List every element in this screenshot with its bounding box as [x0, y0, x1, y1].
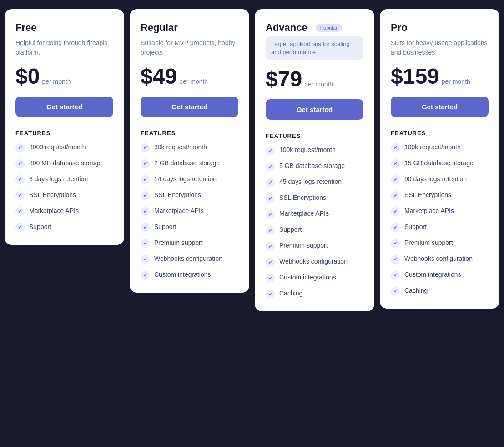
- check-icon: [266, 274, 275, 283]
- check-icon: [15, 175, 25, 184]
- feature-item: Premium support: [141, 239, 238, 248]
- feature-item: Premium support: [391, 239, 489, 248]
- feature-text: 30k request/month: [154, 143, 207, 152]
- feature-list: 100k request/month15 GB database storage…: [391, 143, 489, 296]
- plan-description-bubble: Larger applications for scaling and perf…: [266, 36, 363, 60]
- features-label: FEATURES: [266, 132, 363, 139]
- feature-item: SSL Encryptions: [141, 191, 238, 200]
- feature-item: 100k request/month: [266, 146, 363, 155]
- check-icon: [141, 207, 150, 216]
- feature-text: Premium support: [404, 239, 453, 248]
- plan-name: Regular: [141, 22, 238, 34]
- feature-item: Custom integrations: [391, 270, 489, 280]
- pricing-card-free: FreeHelpful for going through fireapis p…: [5, 9, 124, 245]
- check-icon: [141, 143, 150, 152]
- feature-text: 3 days logs retention: [29, 175, 88, 184]
- feature-item: 3000 request/month: [15, 143, 113, 152]
- feature-item: Marketplace APIs: [141, 207, 238, 216]
- feature-text: Caching: [404, 286, 428, 295]
- feature-item: SSL Encryptions: [391, 191, 489, 200]
- price-period: per month: [42, 78, 71, 85]
- price-period: per month: [179, 78, 208, 85]
- check-icon: [391, 271, 400, 280]
- get-started-button-regular[interactable]: Get started: [141, 97, 238, 117]
- feature-text: Webhooks configuration: [404, 254, 473, 264]
- feature-text: 14 days logs retention: [154, 175, 217, 184]
- feature-text: Support: [279, 225, 302, 234]
- price-period: per month: [304, 81, 333, 88]
- feature-text: SSL Encryptions: [154, 191, 201, 200]
- feature-item: Caching: [266, 289, 363, 299]
- feature-item: 30k request/month: [141, 143, 238, 152]
- get-started-button-advance[interactable]: Get started: [266, 99, 363, 120]
- feature-item: 45 days logs retention: [266, 178, 363, 187]
- feature-text: Custom integrations: [279, 273, 336, 282]
- check-icon: [266, 210, 275, 219]
- check-icon: [266, 242, 275, 251]
- feature-list: 100k request/month5 GB database storage4…: [266, 146, 363, 299]
- check-icon: [141, 255, 150, 264]
- check-icon: [266, 194, 275, 203]
- feature-text: Support: [154, 223, 176, 232]
- check-icon: [391, 223, 400, 232]
- get-started-button-pro[interactable]: Get started: [391, 97, 489, 117]
- feature-text: Support: [29, 223, 51, 232]
- feature-item: Webhooks configuration: [141, 254, 238, 264]
- features-label: FEATURES: [15, 130, 113, 137]
- feature-text: Custom integrations: [404, 270, 461, 279]
- feature-text: Webhooks configuration: [279, 257, 348, 266]
- feature-item: 15 GB database storage: [391, 159, 489, 168]
- feature-text: Custom integrations: [154, 270, 211, 279]
- pricing-card-advance: AdvancePopularLarger applications for sc…: [255, 9, 374, 311]
- feature-text: 800 MB database storage: [29, 159, 102, 168]
- feature-text: 90 days logs retention: [404, 175, 467, 184]
- check-icon: [141, 191, 150, 200]
- price-amount: $49: [141, 66, 177, 87]
- check-icon: [391, 175, 400, 184]
- check-icon: [15, 191, 25, 200]
- check-icon: [266, 226, 275, 235]
- check-icon: [391, 255, 400, 264]
- feature-item: Support: [15, 223, 113, 232]
- feature-item: Webhooks configuration: [266, 257, 363, 267]
- feature-text: 45 days logs retention: [279, 178, 342, 187]
- feature-item: Webhooks configuration: [391, 254, 489, 264]
- check-icon: [141, 159, 150, 168]
- price-row: $49per month: [141, 66, 238, 87]
- feature-item: Marketplace APIs: [266, 209, 363, 219]
- pricing-card-regular: RegularSuitable for MVP products, hobby …: [130, 9, 249, 293]
- feature-text: Premium support: [154, 239, 203, 248]
- feature-text: 3000 request/month: [29, 143, 86, 152]
- check-icon: [391, 191, 400, 200]
- check-icon: [391, 287, 400, 296]
- feature-item: 90 days logs retention: [391, 175, 489, 184]
- feature-item: Support: [266, 225, 363, 235]
- feature-item: Caching: [391, 286, 489, 296]
- price-row: $159per month: [391, 66, 489, 87]
- check-icon: [391, 207, 400, 216]
- feature-item: SSL Encryptions: [266, 193, 363, 203]
- pricing-container: FreeHelpful for going through fireapis p…: [5, 9, 499, 311]
- feature-text: Marketplace APIs: [154, 207, 204, 216]
- check-icon: [15, 207, 25, 216]
- price-period: per month: [442, 78, 470, 85]
- features-label: FEATURES: [141, 130, 238, 137]
- feature-item: 3 days logs retention: [15, 175, 113, 184]
- feature-text: Marketplace APIs: [29, 207, 79, 216]
- feature-item: Support: [391, 223, 489, 232]
- feature-list: 30k request/month2 GB database storage14…: [141, 143, 238, 280]
- feature-text: Marketplace APIs: [279, 209, 329, 218]
- plan-description: Suitable for MVP products, hobby project…: [141, 38, 238, 57]
- feature-list: 3000 request/month800 MB database storag…: [15, 143, 113, 232]
- feature-item: Custom integrations: [141, 270, 238, 280]
- check-icon: [141, 223, 150, 232]
- get-started-button-free[interactable]: Get started: [15, 97, 113, 117]
- feature-item: 14 days logs retention: [141, 175, 238, 184]
- feature-item: Marketplace APIs: [391, 207, 489, 216]
- popular-badge: Popular: [316, 24, 342, 32]
- feature-item: SSL Encryptions: [15, 191, 113, 200]
- feature-text: 2 GB database storage: [154, 159, 220, 168]
- plan-header: AdvancePopular: [266, 22, 363, 34]
- feature-text: SSL Encryptions: [29, 191, 76, 200]
- feature-text: Support: [404, 223, 427, 232]
